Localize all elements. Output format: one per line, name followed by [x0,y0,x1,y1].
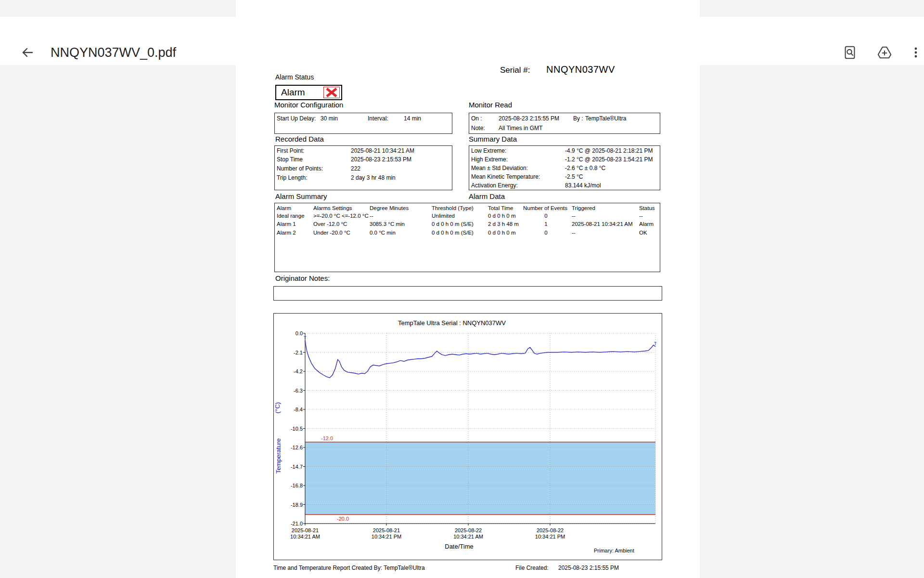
originator-notes-title: Originator Notes: [275,274,330,282]
find-in-document-button[interactable] [838,41,861,64]
cell: Alarm 1 [277,221,296,227]
recorded-row-value: 2 day 3 hr 48 min [351,174,396,181]
cell: 0 d 0 h 0 m [488,230,516,236]
cell: 1 [523,221,569,227]
temperature-chart: TempTale Ultra Serial : NNQYN037WV TT 0.… [273,313,662,560]
three-dot-menu-icon [909,46,923,59]
cell: 0 d 0 h 0 m [488,213,516,219]
alarm-x-icon [323,87,340,98]
startup-delay-label: Start Up Delay: [277,115,316,122]
report-created-by: Time and Temperature Report Created By: … [273,565,425,571]
summary-row-label: Mean ± Std Deviation: [471,165,528,171]
read-by-value: TempTale®Ultra [585,115,627,122]
add-to-drive-button[interactable] [873,41,896,64]
col-header: Threshold (Type) [432,205,474,211]
recorded-row-label: First Point: [277,147,304,154]
col-header: Alarm [277,205,291,211]
alarm-summary-title: Alarm Summary [275,192,327,200]
back-button[interactable] [15,41,38,64]
recorded-row-label: Stop Time [277,156,303,163]
recorded-data-box: First Point: 2025-08-21 10:34:21 AM Stop… [274,145,452,190]
monitor-read-box: On : 2025-08-23 2:15:55 PM By : TempTale… [469,113,660,134]
cell: 3085.3 °C min [370,221,405,227]
cell: 0 [523,230,569,236]
monitor-read-title: Monitor Read [469,101,512,109]
x-axis-title: Date/Time [274,543,644,550]
table-row: Alarm 2 Under -20.0 °C 0.0 °C min 0 d 0 … [275,230,660,237]
series-marker-end: T [654,341,657,346]
col-header: Degree Minutes [370,205,409,211]
col-header: Status [639,205,655,211]
recorded-row-label: Number of Points: [277,165,323,172]
temperature-line [305,341,655,378]
alarm-status-title: Alarm Status [275,73,314,81]
cell: Alarm [639,221,654,227]
summary-row-value: -2.5 °C [565,173,583,180]
originator-notes-box [273,286,662,301]
col-header: Number of Events [523,205,567,211]
document-title: NNQYN037WV_0.pdf [51,41,176,64]
read-note-label: Note: [471,125,485,131]
alarm-table: Alarm Alarms Settings Degree Minutes Thr… [274,203,660,272]
cell: 2 d 3 h 48 m [488,221,519,227]
read-on-value: 2025-08-23 2:15:55 PM [499,115,559,122]
summary-row-value: -1.2 °C @ 2025-08-23 1:54:21 PM [565,156,653,163]
monitor-config-title: Monitor Configuration [274,101,343,109]
summary-row-value: 83.144 kJ/mol [565,182,601,189]
ideal-range-band [305,442,655,514]
cell: -- [370,213,373,219]
cell: >=-20.0 °C <=-12.0 °C [313,213,369,219]
cell: Unlimited [432,213,455,219]
cell: Ideal range [277,213,305,219]
recorded-row-value: 2025-08-21 10:34:21 AM [351,147,414,154]
series-marker-start: T [304,335,307,340]
cell: -- [572,213,576,219]
pdf-page: Serial #: NNQYN037WV Alarm Status Alarm … [236,0,700,578]
read-on-label: On : [471,115,482,122]
summary-row-label: Mean Kinetic Temperature: [471,173,540,180]
summary-row-label: Activation Energy: [471,182,518,189]
read-note-value: All Times in GMT [499,125,542,131]
alarm-data-title: Alarm Data [469,192,505,200]
summary-row-label: High Extreme: [471,156,508,163]
read-by-label: By : [573,115,583,122]
serial-value: NNQYN037WV [546,64,615,75]
summary-data-box: Low Extreme: -4.9 °C @ 2025-08-21 2:18:2… [469,145,660,190]
cell: 2025-08-21 10:34:21 AM [572,221,633,227]
cell: Alarm 2 [277,230,296,236]
startup-delay-value: 30 min [321,115,338,122]
col-header: Alarms Settings [313,205,352,211]
overflow-menu-button[interactable] [904,41,924,64]
cell: -- [572,230,576,236]
cell: 0 [523,213,569,219]
cell: Over -12.0 °C [313,221,347,227]
app-toolbar: NNQYN037WV_0.pdf [0,17,924,65]
col-header: Total Time [488,205,513,211]
alarm-table-header-row: Alarm Alarms Settings Degree Minutes Thr… [275,205,660,213]
y-axis-title: Temperature [275,432,282,480]
col-header: Triggered [572,205,595,211]
table-row: Alarm 1 Over -12.0 °C 3085.3 °C min 0 d … [275,221,660,229]
summary-data-title: Summary Data [469,135,517,143]
recorded-row-value: 222 [351,165,360,172]
recorded-row-label: Trip Length: [277,174,308,181]
summary-row-value: -2.6 °C ± 0.8 °C [565,165,605,171]
serial-label: Serial #: [500,66,530,75]
alarm-status-box: Alarm [275,85,342,100]
back-arrow-icon [20,45,34,60]
monitor-config-box: Start Up Delay: 30 min Interval: 14 min [274,113,452,134]
interval-label: Interval: [368,115,388,122]
file-created-label: File Created: [515,565,549,571]
find-in-document-icon [842,44,858,61]
file-created-value: 2025-08-23 2:15:55 PM [558,565,619,571]
summary-row-label: Low Extreme: [471,147,506,154]
alarm-status-value: Alarm [281,87,305,98]
interval-value: 14 min [404,115,421,122]
cell: 0 d 0 h 0 m (S/E) [432,230,474,236]
summary-row-value: -4.9 °C @ 2025-08-21 2:18:21 PM [565,147,653,154]
cell: 0.0 °C min [370,230,396,236]
chart-canvas: TT [274,314,663,561]
cell: -- [639,213,643,219]
table-row: Ideal range >=-20.0 °C <=-12.0 °C -- Unl… [275,213,660,221]
y-axis-unit-label: (°C) [274,394,281,422]
